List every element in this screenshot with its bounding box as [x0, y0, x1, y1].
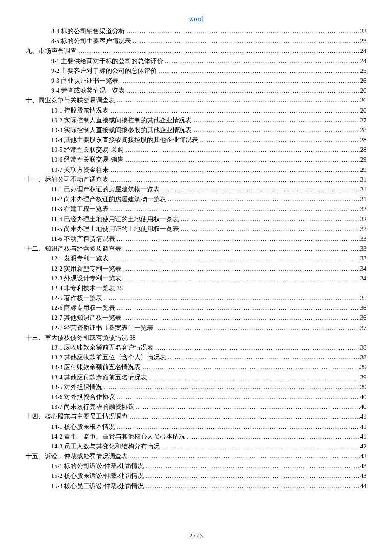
toc-entry-label: 15-3 核心员工诉讼/仲裁/处罚情况	[51, 482, 144, 490]
toc-entry: 10-2 实际控制人直接或间接控制的其他企业情况表 27	[26, 116, 366, 124]
toc-entry: 10-3 实际控制人直接或间接参股的其他企业情况表 28	[26, 126, 366, 134]
toc-leader-dots	[128, 413, 360, 420]
toc-entry: 11-5 尚未办理土地使用证的土地使用权一览表32	[26, 225, 366, 233]
toc-entry: 12-5 著作权一览表35	[26, 294, 366, 302]
toc-entry-label: 10-6 经常性关联交易-销售	[51, 156, 124, 164]
toc-leader-dots	[109, 107, 360, 114]
toc-entry: 12-3 外观设计专利一览表34	[26, 275, 366, 283]
toc-leader-dots	[163, 58, 360, 65]
toc-entry: 十二、知识产权与经营资质调查表33	[26, 245, 366, 253]
toc-entry-page: 29	[360, 156, 367, 163]
toc-entry-page: 23	[360, 28, 367, 35]
toc-entry-page: 26	[360, 107, 367, 114]
toc-leader-dots	[109, 255, 360, 262]
toc-entry-page: 31	[360, 176, 367, 183]
toc-entry-label: 10-1 控股股东情况表	[51, 107, 109, 115]
toc-entry-page: 36	[360, 314, 367, 321]
toc-entry-label: 13-4 其他应付款余额前五名情况表	[51, 373, 147, 382]
toc-entry: 13-2 其他应收款前五位〔含个人〕情况表38	[26, 353, 366, 361]
toc-entry-label: 9-1 主要供给商对于标的公司的总体评价	[51, 57, 163, 65]
toc-entry: 12-7 经营资质证书〔备案表〕一览表37	[26, 324, 366, 332]
toc-leader-dots	[102, 384, 360, 391]
toc-entry-page: 33	[360, 235, 367, 243]
toc-entry-page: 37	[360, 324, 367, 332]
toc-entry-label: 十四、核心股东与主要员工情况调查	[26, 413, 128, 421]
toc-entry-label: 11-4 已经办理土地使用证的土地使用权一览表	[51, 215, 179, 223]
toc-entry-label: 11-5 尚未办理土地使用证的土地使用权一览表	[51, 225, 179, 233]
toc-entry: 九、市场声誉调查24	[26, 47, 366, 55]
toc-leader-dots	[125, 87, 360, 94]
toc-entry: 15-2 核心股东诉讼/仲裁/处罚情况43	[26, 472, 366, 480]
toc-entry-page: 33	[360, 245, 367, 252]
toc-entry: 11-1 已办理产权证的房屋建筑物一览表31	[26, 185, 366, 194]
toc-entry-page: 32	[360, 225, 367, 233]
toc-leader-dots	[124, 146, 360, 153]
toc-entry: 11-4 已经办理土地使用证的土地使用权一览表32	[26, 215, 366, 223]
toc-entry: 14-3 员工人数与其变化和结构分布情况42	[26, 442, 366, 451]
toc-leader-dots	[77, 47, 360, 55]
toc-leader-dots	[141, 364, 360, 371]
toc-entry-label: 14-1 核心股东根本情况	[51, 423, 115, 431]
toc-entry-label: 13-5 对外担保情况	[51, 383, 102, 391]
toc-leader-dots	[124, 156, 360, 163]
toc-entry-label: 9-4 荣誉或获奖情况一览表	[51, 87, 125, 95]
toc-entry-label: 13-1 应收账款余额前五名客户情况表	[51, 344, 153, 352]
toc-entry: 12-2 实用新型专利一览表34	[26, 265, 366, 273]
toc-leader-dots	[166, 354, 360, 361]
toc-entry-label: 12-5 著作权一览表	[51, 294, 102, 302]
toc-entry-page: 43	[360, 462, 367, 470]
toc-entry: 14-2 董事、监事、高管与其他核心人员根本情况41	[26, 433, 366, 441]
toc-entry-label: 十五、诉讼、仲裁或处罚情况调查表	[26, 452, 128, 460]
toc-leader-dots	[109, 166, 360, 173]
toc-entry-page: 38	[360, 344, 367, 351]
toc-entry-label: 九、市场声誉调查	[26, 47, 77, 55]
header-link[interactable]: word	[189, 15, 203, 23]
toc-leader-dots	[115, 97, 360, 104]
toc-entry-page: 26	[360, 97, 367, 104]
toc-entry-page: 39	[360, 364, 367, 371]
page-sep: /	[194, 533, 196, 539]
toc-leader-dots	[121, 275, 360, 282]
toc-leader-dots	[157, 67, 360, 75]
toc-entry-page: 43	[360, 453, 367, 460]
toc-entry: 12-6 商标专用权一览表36	[26, 304, 366, 312]
toc-leader-dots	[131, 38, 360, 45]
toc-entry-page: 29	[360, 166, 367, 173]
toc-entry: 10-1 控股股东情况表26	[26, 107, 366, 115]
toc-leader-dots	[121, 245, 360, 252]
toc-entry: 9-1 主要供给商对于标的公司的总体评价24	[26, 57, 366, 65]
toc-entry-page: 26	[360, 87, 367, 94]
toc-leader-dots	[118, 77, 360, 84]
toc-entry-page: 28	[360, 127, 367, 134]
toc-entry: 13-6 对外投资合作协议40	[26, 393, 366, 401]
toc-entry: 10-5 经常性关联交易-采购28	[26, 146, 366, 154]
toc-entry: 十三、重大债权债务和或有负债情况 38	[26, 334, 366, 342]
toc-entry-page: 28	[360, 136, 367, 144]
toc-entry-label: 11-2 尚未办理产权证的房屋建筑物一览表	[51, 195, 166, 203]
toc-entry-label: 9-2 主要客户对于标的公司的总体评价	[51, 67, 157, 75]
toc-leader-dots	[179, 216, 360, 223]
toc-entry-label: 12-1 发明专利一览表	[51, 254, 109, 263]
page-current: 2	[189, 533, 192, 539]
toc-entry-page: 39	[360, 384, 367, 391]
toc-entry: 9-3 商业认证证书一览表26	[26, 77, 366, 85]
toc-entry: 10-6 经常性关联交易-销售29	[26, 156, 366, 164]
toc-entry: 十一、标的公司不动产调查表31	[26, 176, 366, 184]
toc-leader-dots	[160, 186, 360, 193]
toc-entry-label: 12-7 经营资质证书〔备案表〕一览表	[51, 324, 153, 332]
toc-entry-label: 13-7 尚未履行完毕的融资协议	[51, 403, 134, 411]
page-header: word	[26, 15, 366, 23]
toc-entry: 12-4 非专利技术一览表 35	[26, 284, 366, 292]
toc-entry-label: 10-5 经常性关联交易-采购	[51, 146, 124, 154]
toc-entry-page: 32	[360, 216, 367, 223]
toc-leader-dots	[179, 225, 360, 233]
toc-entry: 十四、核心股东与主要员工情况调查41	[26, 413, 366, 421]
toc-entry-label: 11-1 已办理产权证的房屋建筑物一览表	[51, 185, 160, 194]
toc-entry: 13-5 对外担保情况39	[26, 383, 366, 391]
toc-entry-label: 10-7 关联方资金往来	[51, 166, 109, 174]
toc-entry-page: 40	[360, 403, 367, 410]
toc-entry: 10-4 其他主要股东直接或间接控股的其他企业情况表28	[26, 136, 366, 144]
toc-entry-page: 41	[360, 423, 367, 431]
toc-entry: 9-2 主要客户对于标的公司的总体评价25	[26, 67, 366, 75]
toc-entry-label: 十三、重大债权债务和或有负债情况 38	[26, 334, 135, 342]
